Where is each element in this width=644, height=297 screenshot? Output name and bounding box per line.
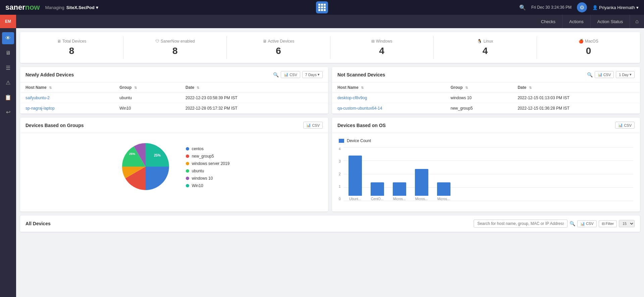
cell-hostname: qa-custom-ubuntux64-14 xyxy=(332,103,445,114)
not-scanned-col-hostname: Host Name ⇅ xyxy=(332,82,445,93)
sidebar: 👁 🖥 ☰ ⚠ 📋 ↩ xyxy=(0,28,16,297)
cell-group: ubuntu xyxy=(114,93,180,103)
newly-added-title: Newly Added Devices xyxy=(25,72,74,77)
legend-dot-new-group5 xyxy=(186,155,189,158)
hostname-link[interactable]: sp-nagraj-laptop xyxy=(25,106,55,111)
all-devices-csv-button[interactable]: 📊 CSV xyxy=(577,220,597,227)
legend-dot-windows10 xyxy=(186,177,189,180)
hostname-link[interactable]: qa-custom-ubuntux64-14 xyxy=(337,106,382,111)
hostname-link[interactable]: desktop-cf8v9og xyxy=(337,96,367,100)
pie-legend: centos new_group5 windows server 2019 xyxy=(186,146,230,188)
newly-added-search-button[interactable]: 🔍 xyxy=(273,72,279,77)
legend-dot-ubuntu xyxy=(186,169,189,173)
legend-label-ubuntu: ubuntu xyxy=(192,169,204,173)
windows-icon: ⊞ xyxy=(371,39,375,44)
legend-windows-server: windows server 2019 xyxy=(186,161,230,166)
bar-ubuntu-rect xyxy=(348,156,362,196)
table-row: saifyubuntu-2 ubuntu 2022-12-23 03:58:39… xyxy=(20,93,328,103)
stat-windows-label: ⊞ Windows xyxy=(371,39,392,44)
groups-chart-card: Devices Based on Groups 📊 CSV xyxy=(20,118,328,212)
not-scanned-search-button[interactable]: 🔍 xyxy=(587,72,593,77)
groups-csv-button[interactable]: 📊 CSV xyxy=(303,122,323,129)
sidebar-icon-return[interactable]: ↩ xyxy=(2,106,14,118)
y-label-2: 2 xyxy=(339,172,341,176)
cell-hostname: sp-nagraj-laptop xyxy=(20,103,114,114)
bar-micros1-rect xyxy=(393,182,406,196)
bar-micros1: Micros... xyxy=(391,182,408,201)
bar-centos-label: CentO... xyxy=(369,197,386,201)
shield-icon: 🛡 xyxy=(155,39,159,44)
all-devices-card: All Devices 🔍 📊 CSV ⊟ Filter 15 25 xyxy=(20,216,640,232)
bar-ubuntu-label: Ubunt... xyxy=(347,197,364,201)
not-scanned-csv-button[interactable]: 📊 CSV xyxy=(595,71,614,78)
stat-total-devices-value: 8 xyxy=(69,46,74,56)
y-label-3: 3 xyxy=(339,160,341,163)
stat-active-devices: 🖥 Active Devices 6 xyxy=(227,36,330,59)
stat-macos-value: 0 xyxy=(586,46,591,56)
legend-win10: Win10 xyxy=(186,183,230,188)
bar-micros3-rect xyxy=(437,182,450,196)
home-button[interactable]: ⌂ xyxy=(630,15,644,28)
settings-button[interactable]: ⚙ xyxy=(577,2,587,12)
col-hostname: Host Name ⇅ xyxy=(20,82,114,93)
logo: sanernow xyxy=(5,3,40,12)
sidebar-icon-eye[interactable]: 👁 xyxy=(2,32,14,44)
active-monitor-icon: 🖥 xyxy=(263,39,267,44)
bar-micros2-rect xyxy=(415,169,428,196)
sidebar-icon-list[interactable]: ☰ xyxy=(2,62,14,74)
stat-linux: 🐧 Linux 4 xyxy=(434,36,537,59)
table-row: desktop-cf8v9og windows 10 2022-12-15 01… xyxy=(332,93,640,103)
sort-icon-group: ⇅ xyxy=(134,86,137,90)
main-layout: 👁 🖥 ☰ ⚠ 📋 ↩ 🖥 Total Devices 8 🛡 SanerNow… xyxy=(0,28,644,297)
bars-inner: Ubunt... CentO... Micros... xyxy=(343,147,633,201)
sidebar-icon-docs[interactable]: 📋 xyxy=(2,91,14,103)
page-size-select[interactable]: 15 25 50 xyxy=(619,220,635,227)
all-devices-filter-button[interactable]: ⊟ Filter xyxy=(599,220,617,227)
not-scanned-devices-card: Not Scanned Devices 🔍 📊 CSV 1 Day ▾ xyxy=(332,67,640,114)
cell-group: Win10 xyxy=(114,103,180,114)
cell-group: new_group5 xyxy=(445,103,512,114)
nav-action-status[interactable]: Action Status xyxy=(591,15,630,28)
svg-text:25%: 25% xyxy=(129,152,135,156)
newly-added-csv-button[interactable]: 📊 CSV xyxy=(281,71,300,78)
newly-added-header: Newly Added Devices 🔍 📊 CSV 7 Days ▾ xyxy=(20,67,328,82)
bottom-charts-row: Devices Based on Groups 📊 CSV xyxy=(20,118,640,212)
site-name-text: SiteX.SecPod xyxy=(66,5,95,10)
bar-micros3: Micros... xyxy=(435,182,452,201)
not-scanned-sort-hostname: ⇅ xyxy=(361,86,364,90)
user-name-text: Priyanka Hiremath xyxy=(599,5,635,10)
cell-date: 2022-12-28 05:17:32 PM IST xyxy=(180,103,328,114)
search-icon[interactable]: 🔍 xyxy=(519,4,526,11)
apps-grid-button[interactable] xyxy=(316,1,328,13)
user-avatar-icon: 👤 xyxy=(592,5,598,10)
groups-csv-icon: 📊 xyxy=(306,123,311,127)
not-scanned-chevron-icon: ▾ xyxy=(630,72,632,77)
all-devices-search-button[interactable]: 🔍 xyxy=(570,221,575,226)
not-scanned-filter-dropdown[interactable]: 1 Day ▾ xyxy=(616,71,635,78)
hostname-link[interactable]: saifyubuntu-2 xyxy=(25,96,50,100)
em-badge[interactable]: EM xyxy=(0,15,16,28)
site-name-selector[interactable]: SiteX.SecPod ▾ xyxy=(66,5,98,10)
cell-date: 2022-12-15 01:13:03 PM IST xyxy=(512,93,640,103)
nav-actions[interactable]: Actions xyxy=(562,15,591,28)
sidebar-icon-alert[interactable]: ⚠ xyxy=(2,76,14,88)
legend-dot-windows-server xyxy=(186,162,189,165)
macos-icon: 🍎 xyxy=(579,39,584,44)
legend-label-windows10: windows 10 xyxy=(192,176,213,181)
user-menu[interactable]: 👤 Priyanka Hiremath ▾ xyxy=(592,5,639,10)
not-scanned-table: Host Name ⇅ Group ⇅ Date ⇅ xyxy=(332,82,640,114)
newly-added-filter-dropdown[interactable]: 7 Days ▾ xyxy=(302,71,323,78)
stats-row: 🖥 Total Devices 8 🛡 SanerNow enabled 8 🖥… xyxy=(20,32,640,63)
cell-group: windows 10 xyxy=(445,93,512,103)
stat-windows-value: 4 xyxy=(379,46,384,56)
sidebar-icon-monitor[interactable]: 🖥 xyxy=(2,47,14,59)
all-devices-search-input[interactable] xyxy=(474,220,568,228)
sort-icon-date: ⇅ xyxy=(197,86,199,90)
nav-checks[interactable]: Checks xyxy=(534,15,562,28)
second-nav-items: Checks Actions Action Status ⌂ xyxy=(534,15,644,28)
os-csv-button[interactable]: 📊 CSV xyxy=(615,122,635,129)
managing-label: Managing xyxy=(45,5,64,10)
pie-svg: 25% 25% xyxy=(119,140,172,193)
legend-label-win10: Win10 xyxy=(192,183,203,188)
cell-hostname: desktop-cf8v9og xyxy=(332,93,445,103)
